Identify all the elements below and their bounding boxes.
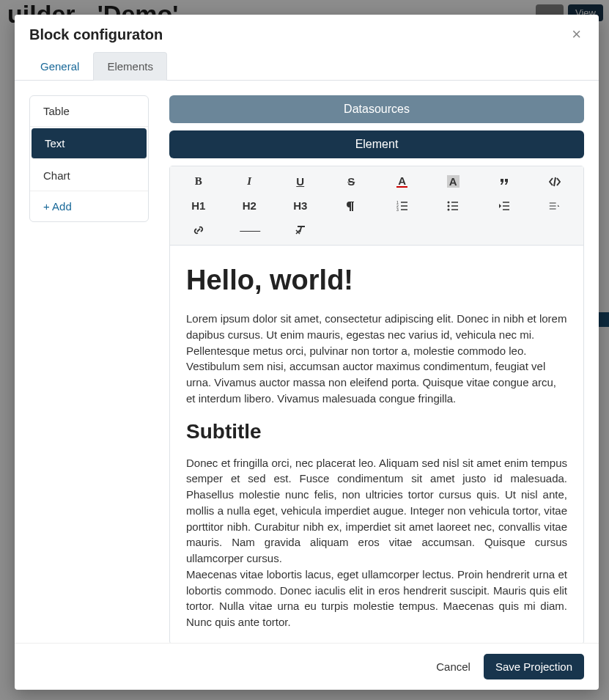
paragraph-button[interactable] [326, 195, 377, 216]
pilcrow-icon [345, 200, 357, 212]
code-button[interactable] [530, 171, 581, 192]
close-button[interactable]: × [569, 26, 584, 43]
hr-button[interactable]: ―― [224, 219, 276, 240]
sidebar-add-button[interactable]: + Add [30, 191, 148, 221]
tab-general[interactable]: General [26, 52, 93, 81]
editor-content[interactable]: Hello, world! Lorem ipsum dolor sit amet… [170, 246, 583, 643]
content-h2: Subtitle [186, 420, 567, 443]
modal-title: Block configuraton [29, 26, 163, 43]
modal-body[interactable]: General Elements Table Text Chart + Add … [15, 52, 599, 643]
block-config-modal: Block configuraton × General Elements Ta… [15, 15, 599, 690]
h1-button[interactable]: H1 [173, 195, 224, 216]
tab-bar: General Elements [15, 52, 599, 81]
svg-point-3 [448, 201, 450, 203]
quote-icon [498, 176, 510, 188]
link-icon [193, 224, 204, 236]
element-button[interactable]: Element [169, 130, 584, 158]
blockquote-button[interactable] [479, 171, 530, 192]
list-ul-icon [447, 200, 459, 212]
bold-button[interactable]: B [173, 171, 224, 192]
sidebar-item-chart[interactable]: Chart [30, 161, 148, 191]
indent-button[interactable] [479, 195, 530, 216]
modal-footer: Cancel Save Projection [15, 643, 599, 690]
content-h1: Hello, world! [186, 265, 567, 296]
h2-button[interactable]: H2 [224, 195, 276, 216]
clear-format-icon [295, 224, 306, 236]
modal-header: Block configuraton × [15, 15, 599, 52]
align-button[interactable] [530, 195, 581, 216]
list-ol-icon: 123 [396, 200, 408, 212]
h3-button[interactable]: H3 [275, 195, 326, 216]
clear-format-button[interactable] [275, 219, 326, 240]
sidebar-item-table[interactable]: Table [30, 96, 148, 127]
link-button[interactable] [173, 219, 224, 240]
element-type-list: Table Text Chart + Add [29, 95, 149, 222]
svg-text:3: 3 [396, 207, 399, 212]
indent-icon [498, 200, 510, 212]
italic-button[interactable]: I [224, 171, 276, 192]
strikethrough-button[interactable]: S [326, 171, 377, 192]
text-color-button[interactable]: A [377, 171, 428, 192]
bg-color-button[interactable]: A [428, 171, 479, 192]
editor-toolbar: B I U S A A H1 H2 [170, 166, 583, 246]
underline-button[interactable]: U [275, 171, 326, 192]
sidebar-item-text[interactable]: Text [32, 128, 147, 159]
tab-elements[interactable]: Elements [93, 52, 167, 81]
content-p2: Donec et fringilla orci, nec placerat le… [186, 455, 567, 567]
svg-point-4 [448, 205, 450, 207]
cancel-button[interactable]: Cancel [436, 660, 470, 673]
align-icon [549, 200, 561, 212]
ordered-list-button[interactable]: 123 [377, 195, 428, 216]
body-row: Table Text Chart + Add Datasources Eleme… [15, 81, 599, 643]
content-p3: Maecenas vitae lobortis lacus, eget ulla… [186, 567, 567, 630]
unordered-list-button[interactable] [428, 195, 479, 216]
code-icon [549, 176, 561, 188]
rich-text-editor: B I U S A A H1 H2 [169, 166, 584, 643]
content-p1: Lorem ipsum dolor sit amet, consectetur … [186, 311, 567, 407]
svg-point-5 [448, 208, 450, 210]
datasources-button[interactable]: Datasources [169, 95, 584, 123]
save-projection-button[interactable]: Save Projection [484, 654, 584, 679]
editor-column: Datasources Element B I U S A A [169, 95, 584, 643]
